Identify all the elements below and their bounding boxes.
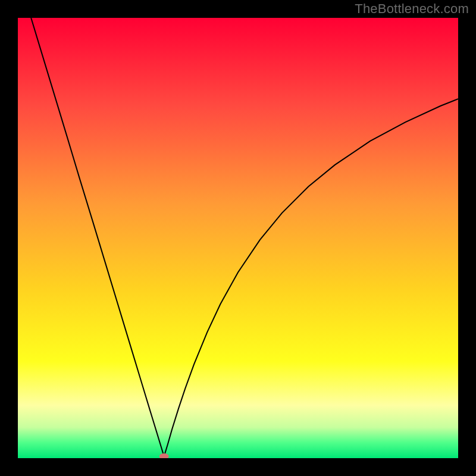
plot-area <box>18 18 458 458</box>
watermark-text: TheBottleneck.com <box>355 1 469 17</box>
chart-svg <box>18 18 458 458</box>
gradient-background <box>18 18 458 458</box>
chart-container: TheBottleneck.com <box>0 0 476 476</box>
